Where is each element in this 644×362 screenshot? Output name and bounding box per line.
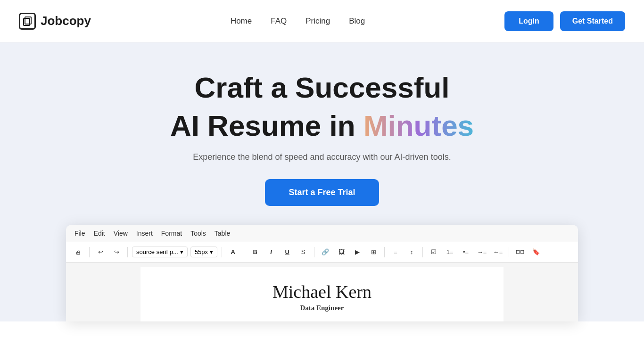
redo-button[interactable]: ↪: [110, 246, 123, 259]
menu-tools[interactable]: Tools: [190, 230, 206, 237]
ordered-list-button[interactable]: 1≡: [443, 246, 456, 259]
menu-view[interactable]: View: [114, 230, 128, 237]
nav-faq[interactable]: FAQ: [271, 16, 287, 25]
font-size-select[interactable]: 55px ▾: [190, 247, 217, 257]
align-button[interactable]: ≡: [389, 246, 402, 259]
nav-pricing[interactable]: Pricing: [305, 16, 330, 25]
strikethrough-button[interactable]: S: [297, 246, 310, 259]
document-page: Michael Kern Data Engineer: [140, 267, 504, 321]
link-button[interactable]: 🔗: [319, 246, 332, 259]
hero-title-line2: AI Resume in Minutes: [19, 109, 625, 142]
document-job-title: Data Engineer: [169, 304, 475, 312]
separator-7: [422, 247, 423, 257]
font-family-value: source serif p...: [136, 248, 178, 255]
navbar: Jobcopy Home FAQ Pricing Blog Login Get …: [0, 0, 644, 42]
nav-links: Home FAQ Pricing Blog: [231, 16, 365, 26]
logo-icon: [19, 13, 36, 30]
image-button[interactable]: 🖼: [335, 246, 348, 259]
line-height-button[interactable]: ↕: [405, 246, 418, 259]
document-name: Michael Kern: [169, 281, 475, 302]
nav-blog[interactable]: Blog: [349, 16, 365, 25]
separator-8: [509, 247, 509, 257]
text-color-button[interactable]: A: [226, 246, 239, 259]
separator-5: [314, 247, 314, 257]
underline-button[interactable]: U: [281, 246, 294, 259]
unordered-list-button[interactable]: •≡: [459, 246, 472, 259]
menu-format[interactable]: Format: [161, 230, 182, 237]
bold-button[interactable]: B: [248, 246, 262, 259]
editor-preview: File Edit View Insert Format Tools Table…: [66, 225, 578, 321]
hero-title-minutes: Minutes: [363, 109, 474, 142]
logo-text: Jobcopy: [41, 14, 91, 28]
indent-button[interactable]: →≡: [475, 246, 488, 259]
table-button[interactable]: ⊞: [367, 246, 380, 259]
hero-subtitle: Experience the blend of speed and accura…: [19, 152, 625, 162]
font-size-chevron: ▾: [210, 248, 213, 255]
font-size-value: 55px: [195, 248, 208, 255]
get-started-button[interactable]: Get Started: [560, 11, 625, 31]
nav-buttons: Login Get Started: [504, 11, 625, 31]
bookmark-button[interactable]: 🔖: [529, 246, 543, 259]
checklist-button[interactable]: ☑: [427, 246, 440, 259]
hero-title-prefix: AI Resume in: [170, 109, 363, 142]
separator-6: [384, 247, 385, 257]
menu-insert[interactable]: Insert: [136, 230, 153, 237]
outdent-button[interactable]: ←≡: [491, 246, 504, 259]
separator-4: [244, 247, 244, 257]
undo-button[interactable]: ↩: [94, 246, 107, 259]
separator-2: [127, 247, 128, 257]
editor-toolbar: 🖨 ↩ ↪ source serif p... ▾ 55px ▾ A B I U…: [66, 242, 578, 263]
font-family-select[interactable]: source serif p... ▾: [132, 247, 188, 257]
free-trial-button[interactable]: Start a Free Trial: [265, 179, 379, 206]
separator-3: [222, 247, 222, 257]
menu-file[interactable]: File: [74, 230, 85, 237]
menu-table[interactable]: Table: [215, 230, 230, 237]
italic-button[interactable]: I: [264, 246, 278, 259]
login-button[interactable]: Login: [504, 11, 553, 31]
video-button[interactable]: ▶: [351, 246, 364, 259]
menu-edit[interactable]: Edit: [94, 230, 105, 237]
hero-title-line1: Craft a Successful: [19, 71, 625, 104]
logo-area: Jobcopy: [19, 13, 91, 30]
block-format-button[interactable]: ⊟⊟: [513, 246, 527, 259]
font-family-chevron: ▾: [180, 248, 183, 255]
print-button[interactable]: 🖨: [72, 246, 85, 259]
document-area: Michael Kern Data Engineer: [66, 263, 578, 321]
nav-home[interactable]: Home: [231, 16, 252, 25]
separator-1: [89, 247, 90, 257]
editor-menubar: File Edit View Insert Format Tools Table: [66, 225, 578, 242]
hero-section: Craft a Successful AI Resume in Minutes …: [0, 42, 644, 321]
